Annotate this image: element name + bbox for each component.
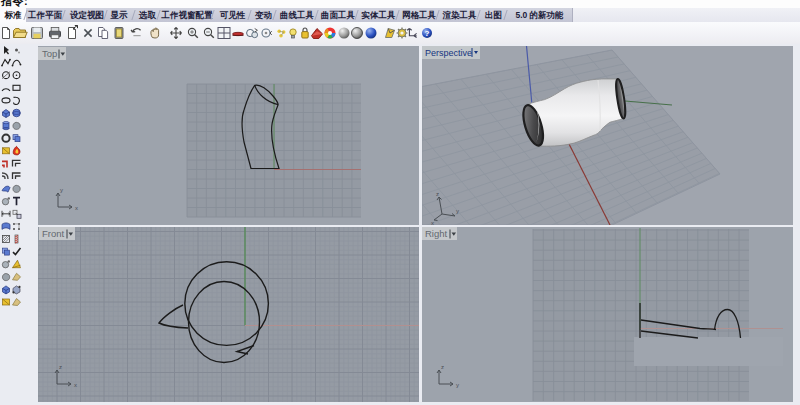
svg-text:Perspective: Perspective [425, 48, 472, 58]
svg-text:z: z [59, 364, 62, 370]
svg-text:x: x [74, 382, 77, 388]
svg-text:z: z [436, 191, 439, 197]
svg-text:y: y [456, 382, 459, 388]
svg-text:Right: Right [425, 228, 448, 239]
svg-text:x: x [75, 205, 78, 211]
svg-text:x: x [431, 220, 434, 225]
svg-text:y: y [60, 187, 63, 193]
svg-text:y: y [456, 208, 459, 214]
svg-text:Front: Front [42, 228, 65, 239]
svg-text:Top: Top [42, 48, 57, 59]
svg-text:z: z [441, 364, 444, 370]
svg-text:?: ? [425, 29, 430, 38]
